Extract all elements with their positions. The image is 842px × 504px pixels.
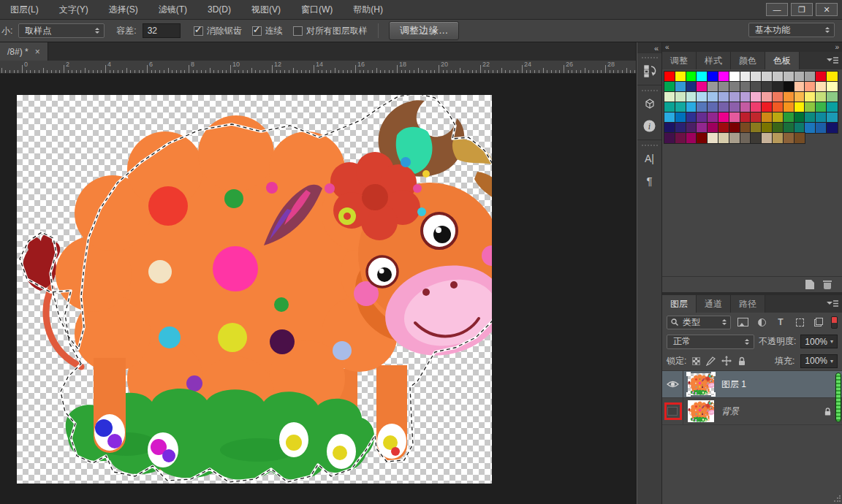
swatch-r2-c10[interactable] — [762, 82, 773, 92]
delete-swatch-icon[interactable] — [823, 280, 832, 289]
tab-color[interactable]: 颜色 — [731, 52, 765, 69]
swatch-r6-c12[interactable] — [784, 123, 794, 133]
swatch-r1-c14[interactable] — [805, 72, 816, 82]
swatch-r2-c9[interactable] — [751, 82, 762, 92]
swatch-r4-c7[interactable] — [729, 102, 740, 112]
swatch-r5-c6[interactable] — [718, 112, 729, 123]
swatch-r7-c10[interactable] — [762, 133, 773, 143]
layer-row-1[interactable]: 图层 1 — [662, 371, 842, 398]
swatch-r4-c2[interactable] — [675, 102, 686, 112]
swatch-r4-c6[interactable] — [718, 102, 729, 112]
swatch-r3-c1[interactable] — [664, 92, 675, 102]
layer1-visibility-toggle[interactable] — [662, 371, 683, 397]
tolerance-input[interactable]: 32 — [143, 23, 181, 38]
swatch-r6-c9[interactable] — [751, 123, 762, 133]
swatch-r6-c2[interactable] — [675, 123, 686, 133]
panel-menu-icon[interactable] — [827, 56, 838, 66]
swatch-r1-c15[interactable] — [816, 72, 827, 82]
swatch-r2-c8[interactable] — [740, 82, 751, 92]
swatch-r2-c13[interactable] — [794, 82, 805, 92]
swatch-r4-c8[interactable] — [740, 102, 751, 112]
swatch-r6-c6[interactable] — [718, 123, 729, 133]
swatch-r3-c5[interactable] — [708, 92, 718, 102]
swatch-r5-c15[interactable] — [816, 112, 827, 123]
swatch-r4-c11[interactable] — [773, 102, 784, 112]
swatch-r2-c6[interactable] — [718, 82, 729, 92]
swatch-r2-c2[interactable] — [675, 82, 686, 92]
swatch-r1-c6[interactable] — [718, 72, 729, 82]
swatch-r6-c11[interactable] — [773, 123, 784, 133]
swatch-r3-c4[interactable] — [697, 92, 708, 102]
filter-type-layers-icon[interactable]: T — [773, 316, 788, 329]
dock-grip[interactable] — [642, 90, 658, 91]
panel-menu-icon[interactable] — [827, 299, 838, 310]
swatch-r7-c7[interactable] — [729, 133, 740, 143]
collapse-right-icon[interactable]: » — [835, 43, 839, 51]
swatch-r3-c14[interactable] — [805, 92, 816, 102]
swatch-r7-c13[interactable] — [794, 133, 805, 143]
filter-adjustment-layers-icon[interactable] — [754, 316, 769, 329]
swatch-r7-c3[interactable] — [686, 133, 697, 143]
layer1-thumbnail[interactable] — [688, 373, 714, 395]
swatch-r2-c3[interactable] — [686, 82, 697, 92]
character-panel-icon[interactable]: A| — [640, 149, 659, 168]
swatch-r2-c11[interactable] — [773, 82, 784, 92]
swatch-r4-c9[interactable] — [751, 102, 762, 112]
swatch-r7-c4[interactable] — [697, 133, 708, 143]
swatch-r7-c2[interactable] — [675, 133, 686, 143]
tab-adjustments[interactable]: 调整 — [662, 52, 697, 69]
swatch-r6-c10[interactable] — [762, 123, 773, 133]
swatch-r1-c7[interactable] — [729, 72, 740, 82]
swatch-r5-c9[interactable] — [751, 112, 762, 123]
swatch-r5-c10[interactable] — [762, 112, 773, 123]
swatch-r1-c1[interactable] — [664, 72, 675, 82]
swatch-r3-c12[interactable] — [784, 92, 794, 102]
panel-resize-grip[interactable] — [833, 495, 841, 503]
tab-paths[interactable]: 路径 — [731, 295, 765, 313]
tab-layers[interactable]: 图层 — [662, 295, 697, 313]
sample-all-layers-checkbox[interactable] — [293, 26, 303, 36]
swatch-r1-c2[interactable] — [675, 72, 686, 82]
swatch-r4-c4[interactable] — [697, 102, 708, 112]
swatch-r4-c16[interactable] — [827, 102, 838, 112]
swatch-r3-c15[interactable] — [816, 92, 827, 102]
menu-item-2[interactable]: 选择(S) — [99, 0, 148, 19]
paragraph-panel-icon[interactable]: ¶ — [640, 171, 659, 190]
swatch-r2-c16[interactable] — [827, 82, 838, 92]
swatch-r1-c13[interactable] — [794, 72, 805, 82]
swatch-r1-c4[interactable] — [697, 72, 708, 82]
menu-item-6[interactable]: 窗口(W) — [291, 0, 343, 19]
lock-all-icon[interactable] — [737, 356, 746, 366]
swatch-r3-c8[interactable] — [740, 92, 751, 102]
swatch-r2-c5[interactable] — [708, 82, 718, 92]
filter-smart-object-icon[interactable] — [811, 316, 826, 329]
swatch-r6-c8[interactable] — [740, 123, 751, 133]
lock-position-icon[interactable] — [721, 356, 732, 366]
swatch-r1-c3[interactable] — [686, 72, 697, 82]
swatch-r5-c12[interactable] — [784, 112, 794, 123]
fill-value[interactable]: 100% ▾ — [800, 354, 838, 368]
swatch-r1-c11[interactable] — [773, 72, 784, 82]
workspace-dropdown[interactable]: 基本功能 — [748, 23, 835, 37]
filter-pixel-layers-icon[interactable] — [735, 316, 750, 329]
swatch-r5-c14[interactable] — [805, 112, 816, 123]
collapse-dock-bar[interactable]: « — [637, 42, 661, 53]
document-tab[interactable]: /8#) * × — [0, 42, 48, 61]
swatch-r7-c11[interactable] — [773, 133, 784, 143]
swatch-r1-c5[interactable] — [708, 72, 718, 82]
swatch-r6-c4[interactable] — [697, 123, 708, 133]
dock-grip[interactable] — [642, 145, 658, 146]
swatch-r3-c16[interactable] — [827, 92, 838, 102]
swatch-r3-c9[interactable] — [751, 92, 762, 102]
sample-size-dropdown[interactable]: 取样点 — [18, 23, 105, 38]
tab-channels[interactable]: 通道 — [697, 295, 731, 313]
tab-close-icon[interactable]: × — [35, 47, 40, 57]
lock-pixels-brush-icon[interactable] — [706, 356, 716, 366]
swatch-r5-c2[interactable] — [675, 112, 686, 123]
swatch-r6-c16[interactable] — [827, 123, 838, 133]
swatch-r5-c7[interactable] — [729, 112, 740, 123]
layer-row-background[interactable]: 背景 — [662, 398, 842, 425]
swatch-r3-c13[interactable] — [794, 92, 805, 102]
history-panel-icon[interactable] — [640, 61, 659, 80]
swatch-r6-c7[interactable] — [729, 123, 740, 133]
